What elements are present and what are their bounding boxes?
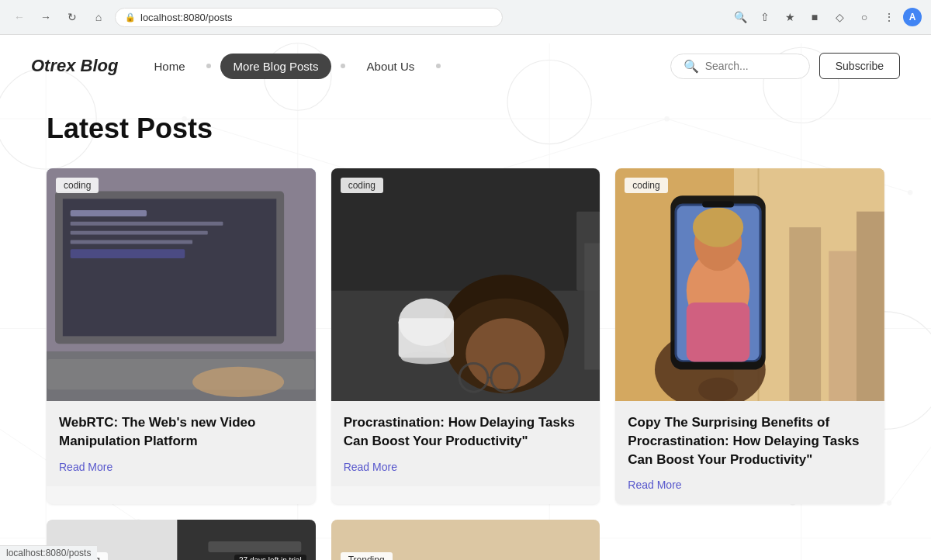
post-title-3: Copy The Surprising Benefits of Procrast… <box>628 413 872 468</box>
nav-about-us[interactable]: About Us <box>355 54 427 79</box>
refresh-button[interactable]: ↻ <box>62 7 82 27</box>
svg-rect-49 <box>576 212 600 291</box>
img-man <box>331 168 600 401</box>
post-title-1: WebRTC: The Web's new Video Manipulation… <box>59 413 303 451</box>
nav-dot-2 <box>341 64 345 68</box>
svg-rect-74 <box>208 541 301 552</box>
nav-dot-1 <box>206 64 211 68</box>
browser-toolbar: ← → ↻ ⌂ 🔒 localhost:8080/posts 🔍 ⇧ ★ ■ ◇… <box>0 0 931 34</box>
post-card-3: coding Copy The Surprising Benefits of P… <box>615 168 884 504</box>
extension-button[interactable]: ■ <box>804 6 825 28</box>
home-button[interactable]: ⌂ <box>88 7 109 27</box>
img-phone <box>615 168 884 401</box>
nav-dot-3 <box>436 64 441 68</box>
svg-point-71 <box>698 378 738 401</box>
address-bar[interactable]: 🔒 localhost:8080/posts <box>115 8 503 27</box>
bookmark-button[interactable]: ★ <box>779 6 801 28</box>
svg-rect-34 <box>63 199 276 336</box>
nav-more-blog-posts[interactable]: More Blog Posts <box>220 54 331 79</box>
svg-rect-38 <box>71 240 192 244</box>
read-more-3[interactable]: Read More <box>628 479 681 491</box>
svg-rect-70 <box>702 201 734 207</box>
main-content: Latest Posts <box>0 97 931 560</box>
share-button[interactable]: ⇧ <box>754 6 776 28</box>
forward-button[interactable]: → <box>36 7 56 27</box>
status-url: localhost:8080/posts <box>6 548 91 558</box>
svg-rect-69 <box>687 302 750 361</box>
post-title-2: Procrastination: How Delaying Tasks Can … <box>344 413 588 451</box>
url-text: localhost:8080/posts <box>140 12 233 23</box>
navbar: Otrex Blog Home More Blog Posts About Us… <box>0 35 931 97</box>
nav-links: Home More Blog Posts About Us <box>141 54 670 79</box>
post-body-3: Copy The Surprising Benefits of Procrast… <box>615 401 884 504</box>
extension2-button[interactable]: ◇ <box>829 6 850 28</box>
svg-rect-60 <box>829 251 857 401</box>
svg-rect-37 <box>71 231 208 235</box>
svg-point-52 <box>400 351 451 364</box>
trial-text: 27 days left in trial <box>234 555 306 560</box>
read-more-2[interactable]: Read More <box>344 461 397 473</box>
extension3-button[interactable]: ○ <box>853 6 875 28</box>
nav-home[interactable]: Home <box>141 54 197 79</box>
search-input[interactable] <box>705 60 797 72</box>
post-image-2: coding <box>331 168 600 401</box>
navbar-actions: 🔍 Subscribe <box>670 53 900 79</box>
read-more-1[interactable]: Read More <box>59 461 112 473</box>
svg-rect-59 <box>790 227 822 401</box>
browser-right-icons: 🔍 ⇧ ★ ■ ◇ ○ ⋮ A <box>729 6 922 28</box>
category-badge-3: coding <box>625 178 667 193</box>
svg-point-68 <box>693 208 743 247</box>
search-icon-btn[interactable]: 🔍 <box>729 6 751 28</box>
svg-rect-35 <box>71 210 147 216</box>
svg-point-47 <box>466 318 545 389</box>
profile-avatar[interactable]: A <box>903 8 922 26</box>
page-title: Latest Posts <box>47 112 884 145</box>
bottom-post-card-2: Trending <box>331 520 600 560</box>
search-icon: 🔍 <box>684 59 699 74</box>
post-body-2: Procrastination: How Delaying Tasks Can … <box>331 401 600 486</box>
search-bar[interactable]: 🔍 <box>670 54 810 79</box>
trending-badge-2: Trending <box>341 552 393 560</box>
svg-point-42 <box>192 367 284 397</box>
brand-logo[interactable]: Otrex Blog <box>31 56 118 76</box>
back-button[interactable]: ← <box>9 7 29 27</box>
category-badge-1: coding <box>56 178 99 193</box>
svg-rect-39 <box>71 249 185 258</box>
svg-rect-61 <box>857 212 884 401</box>
category-badge-2: coding <box>341 178 383 193</box>
browser-chrome: ← → ↻ ⌂ 🔒 localhost:8080/posts 🔍 ⇧ ★ ■ ◇… <box>0 0 931 35</box>
page-content: Otrex Blog Home More Blog Posts About Us… <box>0 35 931 560</box>
post-image-3: coding <box>615 168 884 401</box>
post-card-1: coding WebRTC: The Web's new Video Manip… <box>47 168 316 504</box>
browser-statusbar: localhost:8080/posts <box>0 545 97 560</box>
svg-rect-36 <box>71 222 223 226</box>
subscribe-button[interactable]: Subscribe <box>819 53 900 79</box>
post-card-2: coding Procrastination: How Delaying Tas… <box>331 168 600 504</box>
post-image-1: coding <box>47 168 316 401</box>
img-laptop <box>47 168 316 401</box>
posts-grid-bottom: Trending 27 days left in trial Trending <box>47 520 884 560</box>
post-body-1: WebRTC: The Web's new Video Manipulation… <box>47 401 316 486</box>
lock-icon: 🔒 <box>125 12 136 22</box>
more-button[interactable]: ⋮ <box>878 6 900 28</box>
posts-grid: coding WebRTC: The Web's new Video Manip… <box>47 168 884 504</box>
svg-rect-73 <box>177 520 315 560</box>
